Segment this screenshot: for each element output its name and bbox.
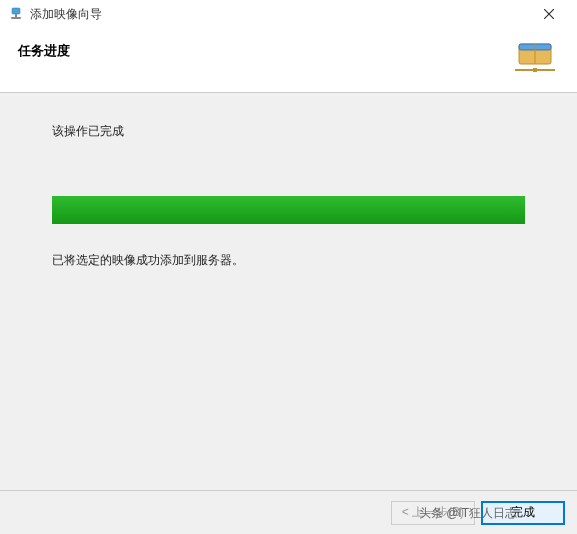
progress-bar — [52, 196, 525, 224]
wizard-content: 该操作已完成 已将选定的映像成功添加到服务器。 — [0, 93, 577, 491]
svg-rect-0 — [12, 8, 20, 14]
wizard-step-title: 任务进度 — [18, 38, 511, 60]
status-text: 该操作已完成 — [52, 123, 525, 140]
svg-rect-2 — [11, 17, 21, 19]
back-button: < 上一步(B) — [391, 501, 475, 525]
package-icon — [511, 38, 559, 78]
finish-button[interactable]: 完成 — [481, 501, 565, 525]
svg-rect-1 — [15, 14, 17, 17]
app-icon — [8, 6, 24, 22]
wizard-header: 任务进度 — [0, 28, 577, 93]
window-title: 添加映像向导 — [30, 6, 529, 23]
svg-rect-9 — [533, 68, 537, 72]
result-text: 已将选定的映像成功添加到服务器。 — [52, 252, 525, 269]
wizard-footer: < 上一步(B) 完成 头条 @IT狂人日志 — [0, 490, 577, 534]
titlebar: 添加映像向导 — [0, 0, 577, 28]
close-button[interactable] — [529, 2, 569, 26]
